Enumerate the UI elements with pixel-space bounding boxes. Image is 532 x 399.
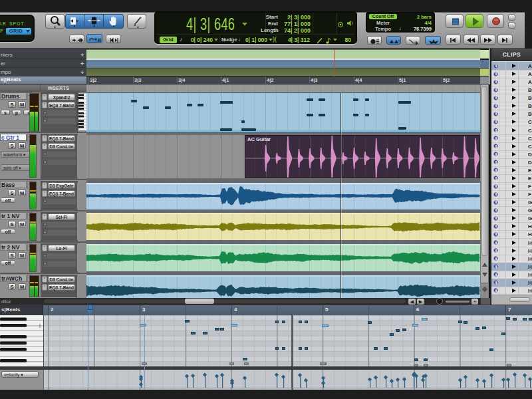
svg-text:R: R <box>98 38 101 43</box>
